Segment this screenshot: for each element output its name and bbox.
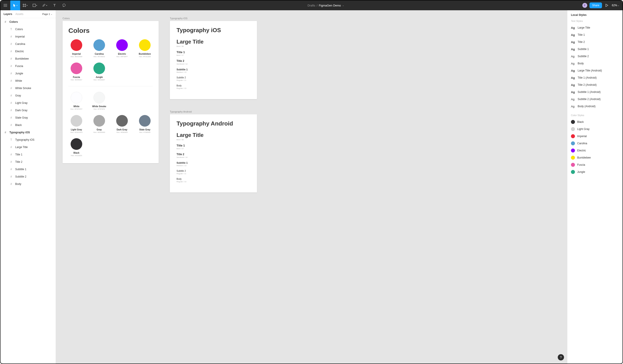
layer-item[interactable]: #Dark Gray	[0, 107, 56, 114]
text-style-item[interactable]: AgBody	[571, 60, 619, 67]
swatch-name: Slate Gray	[137, 128, 153, 131]
color-style-item[interactable]: Fuscia	[571, 161, 619, 168]
color-swatch[interactable]: Black Hex: #313033	[68, 138, 85, 156]
layer-item[interactable]: #Large Title	[0, 143, 56, 151]
color-style-item[interactable]: Electric	[571, 147, 619, 154]
layer-item[interactable]: #Title 2	[0, 158, 56, 166]
hamburger-menu-icon[interactable]	[0, 0, 10, 10]
pen-tool[interactable]: ▾	[40, 0, 50, 10]
text-style-item[interactable]: AgSubtitle 2	[571, 53, 619, 60]
typo-ios-frame[interactable]: Typography iOS Large Title Bold / 36Titl…	[170, 21, 257, 99]
layer-item[interactable]: #White	[0, 77, 56, 85]
typography-sample[interactable]: Title 2 Semibold / 14	[177, 59, 250, 65]
help-button[interactable]: ?	[558, 354, 564, 361]
zoom-select[interactable]: 62% ⌄	[612, 4, 620, 7]
breadcrumb-parent[interactable]: Drafts	[308, 4, 315, 7]
shape-tool[interactable]: ▾	[30, 0, 40, 10]
layer-frame-header[interactable]: #Colors	[0, 18, 56, 25]
swatch-name: Light Gray	[68, 128, 85, 131]
frame-label-typo-ios[interactable]: Typography iOS	[170, 17, 257, 20]
color-style-item[interactable]: Carolina	[571, 140, 619, 147]
typography-sample[interactable]: Title 2 Semibold / 14	[177, 153, 250, 158]
layer-item[interactable]: #Title 1	[0, 151, 56, 158]
layer-item[interactable]: #Electric	[0, 47, 56, 55]
typography-sample[interactable]: Body Regular / 13	[177, 85, 250, 89]
color-swatch[interactable]: Slate Gray Hex: #708090	[137, 115, 153, 133]
page-selector[interactable]: Page 1 ⌄	[42, 13, 52, 15]
color-style-item[interactable]: Imperial	[571, 133, 619, 140]
avatar[interactable]: F	[582, 3, 587, 8]
move-tool[interactable]: ▾	[10, 0, 20, 10]
color-swatch[interactable]: Carolina Hex: #57A0D2	[91, 39, 107, 58]
typography-sample[interactable]: Subtitle 1 Medium / 13	[177, 68, 250, 73]
canvas[interactable]: Colors Colors Imperial Hex: #ED2939 Caro…	[56, 10, 567, 364]
layer-item[interactable]: #Gray	[0, 92, 56, 99]
typography-sample[interactable]: Large Title Bold / 36	[177, 39, 250, 47]
color-swatch[interactable]: Gray Hex: #A9A9A9	[91, 115, 107, 133]
color-style-item[interactable]: Light Gray	[571, 126, 619, 133]
color-style-item[interactable]: Bumblebee	[571, 154, 619, 161]
typography-sample[interactable]: Body Regular / 13	[177, 178, 250, 183]
typography-sample[interactable]: Subtitle 2 Regular / 11	[177, 76, 250, 81]
share-button[interactable]: Share	[589, 2, 602, 8]
layer-item[interactable]: #White Smoke	[0, 85, 56, 92]
frame-icon: #	[9, 79, 13, 82]
color-swatch[interactable]: Fuscia Hex: #E959A7	[68, 63, 85, 81]
color-swatch[interactable]: Dark Gray Hex: #696969	[114, 115, 130, 133]
layer-item[interactable]: #Slate Gray	[0, 114, 56, 121]
typo-android-frame[interactable]: Typography Android Large Title Bold / 36…	[170, 114, 257, 193]
color-style-item[interactable]: Jungle	[571, 168, 619, 175]
text-style-item[interactable]: AgSubtitle 1 (Android)	[571, 88, 619, 96]
text-style-item[interactable]: AgLarge Title	[571, 24, 619, 31]
file-name[interactable]: FigmaGen Demo	[319, 4, 341, 7]
layer-item[interactable]: TColors	[0, 25, 56, 33]
comment-tool[interactable]	[59, 0, 69, 10]
layer-item[interactable]: #Imperial	[0, 33, 56, 40]
typography-sample[interactable]: Large Title Bold / 36	[177, 132, 250, 141]
typo-sample-text: Subtitle 2	[177, 170, 250, 172]
layer-frame-header[interactable]: #Typography iOS	[0, 129, 56, 136]
color-swatch[interactable]: Bumblebee Hex: #FCE205	[137, 39, 153, 58]
swatch-hex: Hex: #ED2939	[68, 56, 85, 58]
layer-item[interactable]: #Subtitle 1	[0, 166, 56, 173]
layer-item[interactable]: #Carolina	[0, 40, 56, 47]
color-style-item[interactable]: Black	[571, 118, 619, 126]
swatch-circle	[71, 92, 82, 103]
present-icon[interactable]	[604, 0, 610, 10]
text-style-item[interactable]: AgBody (Android)	[571, 103, 619, 110]
layer-item[interactable]: #Black	[0, 121, 56, 129]
typography-sample[interactable]: Subtitle 1 Medium / 13	[177, 161, 250, 167]
layer-item[interactable]: #Light Gray	[0, 99, 56, 107]
color-swatch[interactable]: White Hex: #FDFDFF	[68, 92, 85, 110]
text-style-item[interactable]: AgSubtitle 2 (Android)	[571, 96, 619, 103]
color-swatch[interactable]: White Smoke Hex: #F5F6F6	[91, 92, 107, 110]
layer-item[interactable]: #Body	[0, 180, 56, 188]
tab-assets[interactable]: Assets	[15, 13, 23, 16]
text-style-item[interactable]: AgTitle 2	[571, 38, 619, 45]
layer-item[interactable]: #Fuscia	[0, 62, 56, 70]
text-style-item[interactable]: AgTitle 2 (Android)	[571, 81, 619, 88]
color-swatch[interactable]: Jungle Hex: #29AB87	[91, 63, 107, 81]
typography-sample[interactable]: Title 1 Bold / 17	[177, 50, 250, 56]
layer-item[interactable]: #Jungle	[0, 70, 56, 77]
colors-frame[interactable]: Colors Imperial Hex: #ED2939 Carolina He…	[63, 21, 159, 163]
frame-icon: #	[3, 131, 7, 134]
typography-sample[interactable]: Title 1 Bold / 17	[177, 144, 250, 150]
chevron-down-icon[interactable]: ⌄	[342, 4, 344, 6]
layer-item[interactable]: TTypography iOS	[0, 136, 56, 143]
color-swatch[interactable]: Imperial Hex: #ED2939	[68, 39, 85, 58]
text-tool[interactable]	[50, 0, 59, 10]
layer-item[interactable]: #Bumblebee	[0, 55, 56, 62]
text-style-item[interactable]: AgLarge Title (Android)	[571, 67, 619, 74]
text-style-item[interactable]: AgSubtitle 1	[571, 45, 619, 53]
tab-layers[interactable]: Layers	[3, 13, 12, 16]
typography-sample[interactable]: Subtitle 2 Regular / 11	[177, 170, 250, 175]
text-style-item[interactable]: AgTitle 1	[571, 31, 619, 38]
color-swatch[interactable]: Light Gray Hex: #D3D3D3	[68, 115, 85, 133]
frame-tool[interactable]: ▾	[20, 0, 30, 10]
text-style-item[interactable]: AgTitle 1 (Android)	[571, 74, 619, 81]
frame-label-colors[interactable]: Colors	[63, 17, 159, 20]
layer-item[interactable]: #Subtitle 2	[0, 173, 56, 180]
frame-label-typo-android[interactable]: Typography Android	[170, 110, 257, 113]
color-swatch[interactable]: Electric Hex: #8F00FF	[114, 39, 130, 58]
